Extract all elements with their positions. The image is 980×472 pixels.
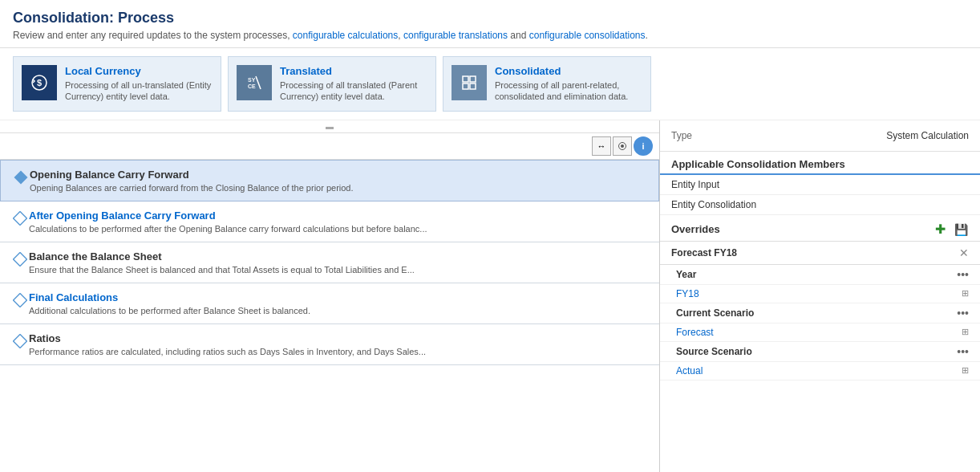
link-configurable-consolidations[interactable]: configurable consolidations <box>529 30 646 41</box>
consolidation-members-header: Applicable Consolidation Members <box>660 152 980 175</box>
page-container: Consolidation: Process Review and enter … <box>0 0 980 472</box>
balance-sheet-icon-container <box>11 250 29 268</box>
cards-row: $ Local Currency Processing of all un-tr… <box>0 48 980 120</box>
after-opening-desc: Calculations to be performed after the O… <box>29 224 648 234</box>
consolidated-text: Consolidated Processing of all parent-re… <box>495 65 642 103</box>
consolidated-desc: Processing of all parent-related, consol… <box>495 79 642 103</box>
override-scenario-actions: ••• <box>957 307 969 319</box>
ratios-desc: Performance ratios are calculated, inclu… <box>29 347 648 356</box>
ratios-icon <box>13 334 27 348</box>
translated-icon-bg: SY CE <box>237 65 272 100</box>
process-item-balance-sheet[interactable]: Balance the Balance Sheet Ensure that th… <box>0 242 659 283</box>
local-currency-icon: $ <box>30 73 49 92</box>
local-currency-title: Local Currency <box>65 65 213 77</box>
svg-rect-13 <box>14 252 27 266</box>
after-opening-title[interactable]: After Opening Balance Carry Forward <box>29 210 648 222</box>
process-item-ratios[interactable]: Ratios Performance ratios are calculated… <box>0 324 659 365</box>
after-opening-icon-container <box>11 210 29 227</box>
ratios-content: Ratios Performance ratios are calculated… <box>29 332 648 356</box>
save-override-btn[interactable]: 💾 <box>953 222 969 238</box>
svg-rect-14 <box>14 293 27 307</box>
page-header: Consolidation: Process Review and enter … <box>0 0 980 48</box>
override-source-label: Source Scenario <box>676 346 752 357</box>
left-panel: ▬ ↔ i Ope <box>0 120 659 472</box>
process-item-final-calc[interactable]: Final Calculations Additional calculatio… <box>0 283 659 324</box>
consolidation-members-section: Applicable Consolidation Members Entity … <box>660 152 980 215</box>
forecast-group-header: Forecast FY18 ✕ <box>660 242 980 265</box>
balance-sheet-icon <box>13 252 27 267</box>
override-scenario-label-row: Current Scenario ••• <box>660 303 980 323</box>
override-year-value-row: FY18 ⊞ <box>660 285 980 303</box>
svg-rect-11 <box>14 170 28 184</box>
translated-title: Translated <box>280 65 427 77</box>
page-subtitle: Review and enter any required updates to… <box>13 30 967 41</box>
source-menu-btn[interactable]: ••• <box>957 345 969 358</box>
override-year-label-row: Year ••• <box>660 265 980 285</box>
type-section: Type System Calculation <box>660 120 980 152</box>
opening-balance-icon <box>14 170 28 185</box>
final-calc-icon <box>13 293 27 307</box>
override-source-actions: ••• <box>957 345 969 358</box>
scenario-value-icon: ⊞ <box>962 327 969 337</box>
balance-sheet-title: Balance the Balance Sheet <box>29 250 648 262</box>
link-configurable-calculations[interactable]: configurable calculations <box>293 30 398 41</box>
scenario-menu-btn[interactable]: ••• <box>957 307 969 319</box>
year-value-icon: ⊞ <box>962 288 969 299</box>
process-item-after-opening[interactable]: After Opening Balance Carry Forward Calc… <box>0 201 659 242</box>
override-year-label: Year <box>676 269 696 280</box>
overrides-actions: ✚ 💾 <box>932 222 969 238</box>
main-content: ▬ ↔ i Ope <box>0 120 980 472</box>
overrides-header: Overrides ✚ 💾 <box>660 215 980 242</box>
svg-rect-15 <box>14 334 27 348</box>
info-btn[interactable]: i <box>634 136 653 156</box>
right-panel: Type System Calculation Applicable Conso… <box>659 120 980 472</box>
svg-rect-8 <box>470 83 476 89</box>
overrides-section: Overrides ✚ 💾 Forecast FY18 ✕ Year ••• <box>660 215 980 380</box>
forecast-close-btn[interactable]: ✕ <box>959 246 969 259</box>
override-scenario-label: Current Scenario <box>676 307 754 319</box>
svg-point-9 <box>621 144 624 148</box>
final-calc-title[interactable]: Final Calculations <box>29 291 648 303</box>
add-override-btn[interactable]: ✚ <box>932 222 948 238</box>
override-source-value-row: Actual ⊞ <box>660 362 980 380</box>
svg-rect-6 <box>470 76 476 82</box>
consolidation-members-title: Applicable Consolidation Members <box>671 158 845 170</box>
card-translated[interactable]: SY CE Translated Processing of all trans… <box>228 56 436 112</box>
year-menu-btn[interactable]: ••• <box>957 268 969 281</box>
final-calc-desc: Additional calculations to be performed … <box>29 306 648 315</box>
local-currency-icon-bg: $ <box>22 65 57 100</box>
opening-balance-title: Opening Balance Carry Forward <box>30 169 647 181</box>
consolidated-title: Consolidated <box>495 65 642 77</box>
override-scenario-value: Forecast <box>676 327 714 338</box>
card-local-currency[interactable]: $ Local Currency Processing of all un-tr… <box>13 56 221 112</box>
local-currency-text: Local Currency Processing of all un-tran… <box>65 65 213 103</box>
settings-btn[interactable] <box>613 136 632 156</box>
balance-sheet-content: Balance the Balance Sheet Ensure that th… <box>29 250 648 275</box>
svg-text:CE: CE <box>248 83 256 89</box>
process-item-opening-balance[interactable]: Opening Balance Carry Forward Opening Ba… <box>0 160 659 201</box>
override-source-label-row: Source Scenario ••• <box>660 342 980 362</box>
svg-rect-5 <box>463 76 468 82</box>
card-consolidated[interactable]: Consolidated Processing of all parent-re… <box>443 56 651 112</box>
member-entity-input: Entity Input <box>660 175 980 195</box>
opening-balance-content: Opening Balance Carry Forward Opening Ba… <box>30 169 647 193</box>
ratios-icon-container <box>11 332 29 350</box>
svg-line-4 <box>256 76 261 89</box>
final-calc-content: Final Calculations Additional calculatio… <box>29 291 648 315</box>
forecast-title: Forecast FY18 <box>671 247 737 258</box>
link-configurable-translations[interactable]: configurable translations <box>403 30 508 41</box>
opening-balance-icon-container <box>12 169 30 186</box>
svg-rect-12 <box>14 211 27 225</box>
member-entity-consolidation: Entity Consolidation <box>660 195 980 215</box>
type-row: Type System Calculation <box>671 127 969 144</box>
svg-text:$: $ <box>37 78 42 87</box>
balance-sheet-desc: Ensure that the Balance Sheet is balance… <box>29 265 648 275</box>
expand-btn[interactable]: ↔ <box>592 136 611 156</box>
overrides-title: Overrides <box>671 223 720 235</box>
override-year-actions: ••• <box>957 268 969 281</box>
opening-balance-desc: Opening Balances are carried forward fro… <box>30 183 647 193</box>
svg-text:SY: SY <box>248 77 256 83</box>
svg-rect-7 <box>463 83 468 89</box>
ratios-title: Ratios <box>29 332 648 344</box>
after-opening-content: After Opening Balance Carry Forward Calc… <box>29 210 648 234</box>
